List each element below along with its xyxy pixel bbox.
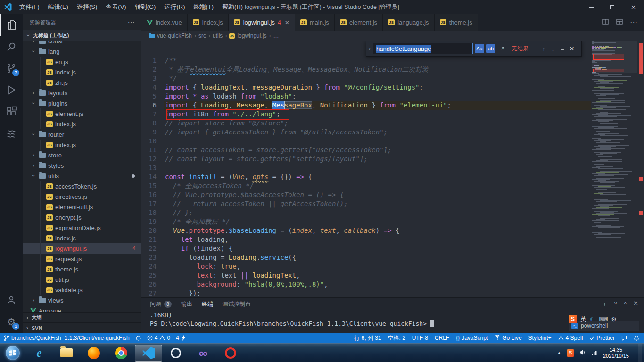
tree-item-element-util.js[interactable]: JSelement-util.js <box>23 202 141 212</box>
taskbar-ie-icon[interactable]: e <box>25 344 53 362</box>
taskbar-ring-app-icon[interactable] <box>162 344 190 362</box>
code-line[interactable]: }); <box>164 289 591 297</box>
taskbar-chrome-icon[interactable] <box>107 344 135 362</box>
code-line[interactable]: // import { getAccessToken } from "@/uti… <box>164 128 591 137</box>
breadcrumb-item[interactable]: vue-quickFish <box>157 33 192 39</box>
tree-item-lang[interactable]: ›lang <box>23 46 141 57</box>
new-terminal-icon[interactable]: ＋ <box>602 300 608 308</box>
more-actions-icon[interactable]: ⋯ <box>630 18 637 27</box>
panel-tab-问题[interactable]: 问题8 <box>150 298 172 310</box>
code-line[interactable]: if (!index) { <box>164 244 591 253</box>
problems-item[interactable]: 4 0 <box>147 335 170 341</box>
tree-item-plugins[interactable]: ›plugins <box>23 98 141 108</box>
code-line[interactable]: // }; <box>164 208 591 217</box>
sogou-logo-icon[interactable]: S <box>569 315 577 323</box>
volume-icon[interactable] <box>579 349 586 357</box>
tree-item-index.js[interactable]: JSindex.js <box>23 140 141 150</box>
taskbar-clock[interactable]: 14:35 2021/10/15 <box>603 347 629 359</box>
next-match-icon[interactable]: ↓ <box>548 44 558 53</box>
code-line[interactable]: /** <box>164 56 591 65</box>
close-find-icon[interactable]: ✕ <box>567 44 577 53</box>
tree-item-utils[interactable]: ›utils <box>23 171 141 181</box>
code-line[interactable]: import { loadingText, messageDuration } … <box>164 83 591 92</box>
spell-item[interactable]: 4 Spell <box>558 335 583 341</box>
taskbar-explorer-icon[interactable] <box>53 344 80 362</box>
tree-item-styles[interactable]: ›styles <box>23 160 141 171</box>
tree-item-views[interactable]: ›views <box>23 295 141 305</box>
tree-item-encrypt.js[interactable]: JSencrypt.js <box>23 212 141 222</box>
go-live-item[interactable]: Go Live <box>495 335 521 341</box>
svn-section[interactable]: › SVN <box>23 322 141 333</box>
indentation[interactable]: 空格: 2 <box>388 334 405 342</box>
cursor-position[interactable]: 行 6, 列 31 <box>354 334 381 342</box>
menu-item[interactable]: 终端(T) <box>189 0 218 14</box>
taskbar-firefox-icon[interactable] <box>80 344 107 362</box>
terminal-dropdown-icon[interactable]: ˅ <box>614 300 618 308</box>
code-line[interactable]: /* 全局accessToken */ <box>164 181 591 190</box>
svg-extension-icon[interactable] <box>0 123 23 144</box>
outline-section[interactable]: › 大纲 <box>23 312 141 322</box>
regex-toggle[interactable]: .* <box>497 44 507 53</box>
settings-gear-icon[interactable]: ⚙ 1 <box>0 311 23 333</box>
code-line[interactable]: */ <box>164 74 591 83</box>
maximize-button[interactable] <box>602 0 623 14</box>
tree-item-logwingui.js[interactable]: JSlogwingui.js4 <box>23 243 141 254</box>
tree-item-store[interactable]: ›store <box>23 150 141 160</box>
code-line[interactable]: // const layout = store.getters["setting… <box>164 155 591 164</box>
code-line[interactable]: import * as lodash from "lodash"; <box>164 92 591 101</box>
workspace-section-header[interactable]: › 无标题 (工作区) <box>23 30 141 41</box>
tab-index.js[interactable]: JSindex.js <box>188 14 229 31</box>
menu-item[interactable]: 转到(G) <box>131 0 160 14</box>
network-icon[interactable] <box>591 349 598 357</box>
tray-sogou-icon[interactable]: S <box>567 349 574 357</box>
code-line[interactable]: // return accessToken || getAccessToken(… <box>164 199 591 208</box>
menu-item[interactable]: 编辑(E) <box>44 0 73 14</box>
tree-item-router[interactable]: ›router <box>23 129 141 140</box>
tree-item-element.js[interactable]: JSelement.js <box>23 108 141 119</box>
tree-item-index.js[interactable]: JSindex.js <box>23 119 141 129</box>
tree-item-en.js[interactable]: JSen.js <box>23 57 141 67</box>
code-line[interactable]: text: text || loadingText, <box>164 271 591 280</box>
code-line[interactable]: // Vue.prototype.$baseAccessToken = () =… <box>164 190 591 199</box>
tree-item-validate.js[interactable]: JSvalidate.js <box>23 285 141 295</box>
tree-item-App.vue[interactable]: App.vue <box>23 305 141 312</box>
more-actions-icon[interactable]: ⋯ <box>128 18 135 26</box>
sync-icon[interactable] <box>135 335 141 341</box>
find-input[interactable]: handleSetLanguage <box>373 43 473 54</box>
code-line[interactable]: let loading; <box>164 235 591 244</box>
code-line[interactable]: const install = (Vue, opts = {}) => { <box>164 173 591 181</box>
editor-layout-icon[interactable] <box>616 18 623 27</box>
breadcrumb-item[interactable]: utils <box>213 33 223 39</box>
taskbar-opera-icon[interactable] <box>217 344 244 362</box>
menu-item[interactable]: 查看(V) <box>101 0 130 14</box>
git-branch-item[interactable]: branches/QuickFish_1.1.3/Client/vue-quic… <box>4 335 130 341</box>
eol-sequence[interactable]: CRLF <box>435 335 449 341</box>
taskbar-visualstudio-icon[interactable]: ∞ <box>190 344 217 362</box>
hidden-icons-chevron[interactable]: ▲ <box>557 350 561 355</box>
close-button[interactable]: ✕ <box>623 0 644 14</box>
code-line[interactable]: * 基于elementui全局Loading、Message、MessageBo… <box>164 65 591 74</box>
tab-language.js[interactable]: JSlanguage.js <box>383 14 435 31</box>
extensions-icon[interactable] <box>0 101 23 123</box>
tree-item-const[interactable]: ›const <box>23 41 141 46</box>
panel-tab-调试控制台[interactable]: 调试控制台 <box>223 298 251 310</box>
split-editor-icon[interactable] <box>602 18 609 27</box>
search-icon[interactable] <box>0 36 23 58</box>
code-line[interactable]: background: "hsla(0,0%,100%,.8)", <box>164 280 591 289</box>
tree-item-expirationDate.js[interactable]: JSexpirationDate.js <box>23 222 141 233</box>
source-control-icon[interactable]: 7 <box>0 58 23 79</box>
tree-item-index.js[interactable]: JSindex.js <box>23 233 141 243</box>
tree-item-zh.js[interactable]: JSzh.js <box>23 77 141 88</box>
minimize-button[interactable] <box>580 0 602 14</box>
close-tab-icon[interactable]: ✕ <box>285 19 289 26</box>
whole-word-toggle[interactable]: ab <box>486 44 495 53</box>
maximize-panel-icon[interactable]: ˄ <box>624 300 627 308</box>
tab-main.js[interactable]: JSmain.js <box>295 14 335 31</box>
tree-item-util.js[interactable]: JSutil.js <box>23 274 141 285</box>
start-button[interactable] <box>0 344 25 362</box>
run-debug-icon[interactable] <box>0 79 23 101</box>
code-line[interactable]: loading = Loading.service({ <box>164 253 591 262</box>
code-line[interactable]: Vue.prototype.$baseLoading = (index, tex… <box>164 226 591 235</box>
breadcrumb-item[interactable]: src <box>198 33 206 39</box>
breadcrumb-item[interactable]: … <box>273 33 279 39</box>
